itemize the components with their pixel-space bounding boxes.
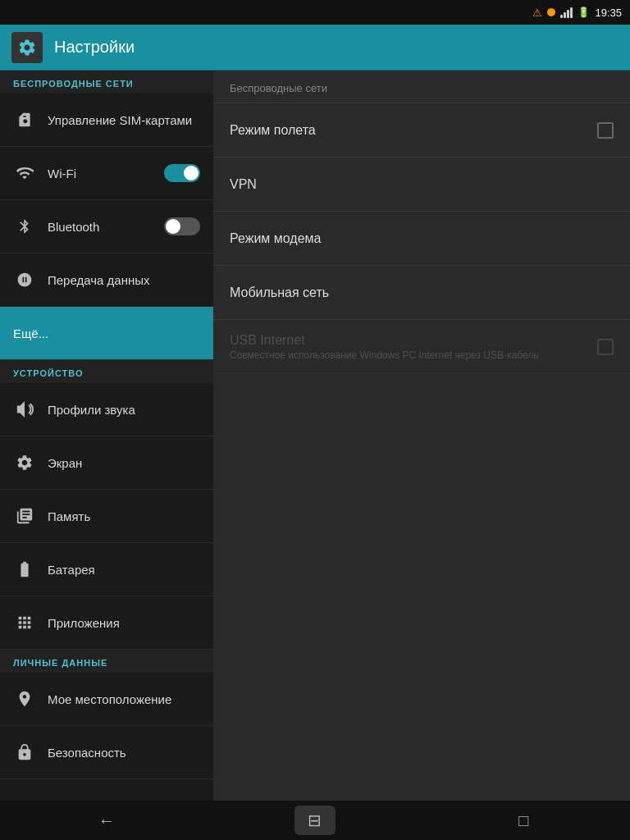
usb-checkbox [597, 339, 614, 355]
sidebar-item-location[interactable]: Мое местоположение [0, 673, 213, 726]
content-item-usb: USB Internet Совместное использование Wi… [213, 320, 630, 374]
content-section-header: Беспроводные сети [213, 71, 630, 103]
status-bar: ⚠ 🔋 19:35 [0, 0, 630, 25]
content-item-vpn[interactable]: VPN [213, 158, 630, 212]
sidebar-item-screen[interactable]: Экран [0, 436, 213, 490]
signal-bars [560, 7, 573, 18]
content-item-title-modem: Режим модема [230, 231, 614, 246]
sidebar-item-bluetooth[interactable]: Bluetooth [0, 200, 213, 253]
main-layout: БЕСПРОВОДНЫЕ СЕТИ Управление SIM-картами… [0, 71, 630, 801]
sidebar-item-data[interactable]: Передача данных [0, 253, 213, 307]
wifi-icon [13, 162, 36, 185]
screen-icon [13, 451, 36, 474]
sound-icon [13, 398, 36, 421]
content-item-text-usb: USB Internet Совместное использование Wi… [230, 333, 597, 361]
sidebar-label-bluetooth: Bluetooth [48, 220, 164, 234]
back-button[interactable]: ← [82, 804, 131, 837]
sim-icon [13, 108, 36, 131]
title-bar: Настройки [0, 25, 630, 71]
sidebar-item-sound[interactable]: Профили звука [0, 383, 213, 436]
content-item-mobile[interactable]: Мобильная сеть [213, 266, 630, 320]
settings-icon [17, 38, 37, 57]
content-item-text-modem: Режим модема [230, 231, 614, 246]
content-item-airplane[interactable]: Режим полета [213, 103, 630, 158]
sidebar-item-wifi[interactable]: Wi-Fi [0, 147, 213, 200]
content-item-text-mobile: Мобильная сеть [230, 285, 614, 300]
content-item-title-vpn: VPN [230, 177, 614, 192]
alert-icon: ⚠ [532, 7, 542, 19]
apps-icon [13, 611, 36, 634]
airplane-checkbox[interactable] [597, 122, 614, 139]
memory-icon [13, 504, 36, 527]
content-item-title-mobile: Мобильная сеть [230, 285, 614, 300]
sidebar-label-location: Мое местоположение [48, 692, 200, 706]
settings-icon-box [11, 32, 43, 63]
sidebar-item-memory[interactable]: Память [0, 490, 213, 543]
content-item-subtitle-usb: Совместное использование Windows PC Inte… [230, 349, 597, 361]
sidebar-label-more: Ещё... [13, 326, 200, 340]
content-item-text-vpn: VPN [230, 177, 614, 192]
page-title: Настройки [54, 38, 135, 57]
data-icon [13, 268, 36, 291]
sidebar-item-battery[interactable]: Батарея [0, 543, 213, 596]
sidebar-item-sim[interactable]: Управление SIM-картами [0, 94, 213, 147]
content-item-text-airplane: Режим полета [230, 123, 597, 138]
content-item-title-usb: USB Internet [230, 333, 597, 348]
section-header-wireless: БЕСПРОВОДНЫЕ СЕТИ [0, 71, 213, 94]
sidebar-item-security[interactable]: Безопасность [0, 726, 213, 779]
sidebar-label-wifi: Wi-Fi [48, 167, 164, 180]
sidebar-label-sound: Профили звука [48, 403, 200, 417]
recents-button[interactable]: □ [499, 804, 548, 837]
status-time: 19:35 [595, 7, 622, 19]
sidebar-label-memory: Память [48, 509, 200, 523]
sidebar-item-apps[interactable]: Приложения [0, 596, 213, 650]
bluetooth-toggle[interactable] [164, 217, 200, 235]
sidebar-label-sim: Управление SIM-картами [48, 113, 200, 127]
sidebar-label-apps: Приложения [48, 616, 200, 630]
bluetooth-icon [13, 215, 36, 238]
sidebar: БЕСПРОВОДНЫЕ СЕТИ Управление SIM-картами… [0, 71, 213, 801]
sidebar-label-security: Безопасность [48, 746, 200, 760]
content-item-title-airplane: Режим полета [230, 123, 597, 138]
sidebar-item-more[interactable]: Ещё... [0, 307, 213, 360]
nav-bar: ← ⊟ □ [0, 801, 630, 840]
battery-icon: 🔋 [578, 7, 590, 18]
sidebar-label-battery: Батарея [48, 563, 200, 577]
content-panel: Беспроводные сети Режим полета VPN Режим… [213, 71, 630, 801]
section-header-personal: ЛИЧНЫЕ ДАННЫЕ [0, 650, 213, 673]
section-header-device: УСТРОЙСТВО [0, 360, 213, 383]
sidebar-label-screen: Экран [48, 456, 200, 470]
battery-sidebar-icon [13, 558, 36, 581]
wifi-toggle[interactable] [164, 164, 200, 182]
home-button[interactable]: ⊟ [294, 806, 336, 835]
sidebar-label-data: Передача данных [48, 273, 200, 287]
content-item-modem[interactable]: Режим модема [213, 212, 630, 266]
security-icon [13, 741, 36, 764]
location-icon [13, 687, 36, 710]
warning-dot [547, 8, 555, 16]
